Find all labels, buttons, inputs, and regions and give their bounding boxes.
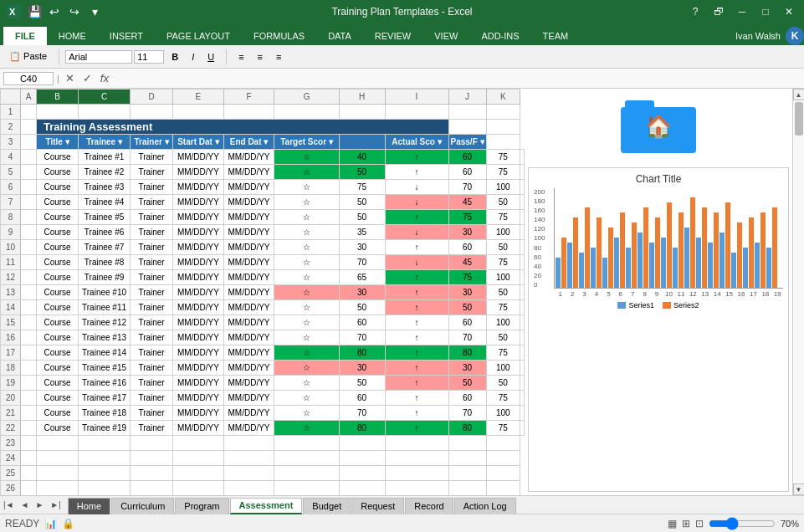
data-cell[interactable]: Trainer: [131, 330, 173, 345]
data-cell[interactable]: Trainee #3: [79, 180, 131, 195]
bold-button[interactable]: B: [166, 49, 184, 64]
bar-series2[interactable]: [760, 212, 766, 288]
header-passf[interactable]: Pass/F ▾: [448, 135, 486, 150]
row-number[interactable]: 25: [1, 466, 21, 481]
cell-K2[interactable]: [486, 120, 520, 135]
data-cell[interactable]: Course: [37, 180, 79, 195]
pass-fail-cell[interactable]: 100: [486, 180, 520, 195]
target-icon-cell[interactable]: ☆: [274, 150, 339, 165]
data-cell[interactable]: MM/DD/YY: [173, 315, 224, 330]
data-cell[interactable]: Trainer: [131, 391, 173, 406]
row-number[interactable]: 23: [1, 436, 21, 451]
data-cell[interactable]: Trainer: [131, 225, 173, 240]
cell-H1[interactable]: [339, 105, 385, 120]
bar-series1[interactable]: [743, 248, 748, 288]
col-header-C[interactable]: C: [79, 90, 131, 105]
target-icon-cell[interactable]: ☆: [274, 376, 339, 391]
col-header-H[interactable]: H: [339, 90, 385, 105]
empty-cell[interactable]: [173, 466, 224, 481]
cell-empty-k[interactable]: [520, 240, 525, 255]
cell-empty[interactable]: [20, 345, 36, 361]
target-icon-cell[interactable]: ☆: [274, 210, 339, 225]
cell-empty[interactable]: [20, 315, 36, 330]
tab-page-layout[interactable]: PAGE LAYOUT: [155, 27, 242, 45]
bar-series2[interactable]: [655, 217, 660, 288]
actual-score-cell[interactable]: 75: [448, 270, 486, 285]
empty-cell[interactable]: [385, 481, 448, 496]
layout-page-break-icon[interactable]: ⊡: [695, 518, 704, 529]
empty-cell[interactable]: [173, 451, 224, 466]
data-cell[interactable]: Course: [37, 330, 79, 345]
bar-series2[interactable]: [561, 238, 566, 288]
pass-fail-cell[interactable]: 100: [486, 406, 520, 421]
actual-score-cell[interactable]: 70: [448, 330, 486, 345]
data-cell[interactable]: Trainer: [131, 240, 173, 255]
empty-cell[interactable]: [274, 451, 339, 466]
sheet-tab-budget[interactable]: Budget: [303, 498, 351, 514]
bar-series1[interactable]: [556, 258, 561, 288]
pass-fail-cell[interactable]: 50: [486, 195, 520, 210]
row-number[interactable]: 24: [1, 451, 21, 466]
col-header-E[interactable]: E: [173, 90, 224, 105]
bar-series2[interactable]: [737, 223, 742, 288]
target-icon-cell[interactable]: ☆: [274, 330, 339, 345]
close-button[interactable]: ✕: [781, 3, 797, 20]
data-cell[interactable]: MM/DD/YY: [223, 421, 274, 436]
empty-cell[interactable]: [37, 436, 79, 451]
data-cell[interactable]: MM/DD/YY: [173, 330, 224, 345]
empty-cell[interactable]: [385, 436, 448, 451]
data-cell[interactable]: Trainer: [131, 406, 173, 421]
italic-button[interactable]: I: [186, 49, 200, 64]
data-cell[interactable]: Trainer: [131, 270, 173, 285]
cell-empty[interactable]: [20, 406, 36, 421]
bar-series2[interactable]: [690, 197, 695, 288]
data-cell[interactable]: Trainee #17: [79, 391, 131, 406]
insert-function-button[interactable]: fx: [98, 72, 111, 84]
col-header-B[interactable]: B: [37, 90, 79, 105]
align-right-button[interactable]: ≡: [270, 49, 287, 64]
bar-series1[interactable]: [755, 243, 760, 288]
cell-empty-k[interactable]: [520, 315, 525, 330]
cell-A3[interactable]: [20, 135, 36, 150]
data-cell[interactable]: Course: [37, 376, 79, 391]
cell-D1[interactable]: [131, 105, 173, 120]
header-trainee[interactable]: Trainee ▾: [79, 135, 131, 150]
data-cell[interactable]: Trainee #16: [79, 376, 131, 391]
bar-series1[interactable]: [731, 253, 736, 288]
target-icon-cell[interactable]: ☆: [274, 240, 339, 255]
empty-cell[interactable]: [20, 436, 36, 451]
empty-cell[interactable]: [223, 481, 274, 496]
header-trainer[interactable]: Trainer ▾: [131, 135, 173, 150]
data-cell[interactable]: Trainee #7: [79, 240, 131, 255]
tab-nav-prev[interactable]: ◄: [18, 500, 33, 509]
data-cell[interactable]: MM/DD/YY: [173, 180, 224, 195]
actual-icon-cell[interactable]: ↑: [385, 270, 448, 285]
pass-fail-cell[interactable]: 100: [486, 315, 520, 330]
bar-series2[interactable]: [632, 223, 637, 288]
actual-score-cell[interactable]: 30: [448, 361, 486, 376]
actual-icon-cell[interactable]: ↑: [385, 376, 448, 391]
actual-icon-cell[interactable]: ↑: [385, 421, 448, 436]
sheet-tab-curriculum[interactable]: Curriculum: [111, 498, 174, 514]
cell-K3[interactable]: [486, 135, 520, 150]
cell-G1[interactable]: [274, 105, 339, 120]
actual-icon-cell[interactable]: ↑: [385, 391, 448, 406]
actual-score-cell[interactable]: 45: [448, 255, 486, 270]
empty-cell[interactable]: [486, 466, 520, 481]
underline-button[interactable]: U: [202, 49, 220, 64]
layout-page-icon[interactable]: ⊞: [682, 518, 690, 529]
data-cell[interactable]: MM/DD/YY: [223, 330, 274, 345]
empty-cell[interactable]: [339, 466, 385, 481]
header-title[interactable]: Title ▾: [37, 135, 79, 150]
data-cell[interactable]: Trainer: [131, 345, 173, 361]
cell-E1[interactable]: [173, 105, 224, 120]
undo-icon[interactable]: ↩: [47, 4, 62, 19]
data-cell[interactable]: MM/DD/YY: [173, 285, 224, 300]
actual-icon-cell[interactable]: ↓: [385, 195, 448, 210]
empty-cell[interactable]: [223, 466, 274, 481]
data-cell[interactable]: Trainer: [131, 165, 173, 180]
data-cell[interactable]: Trainee #14: [79, 345, 131, 361]
empty-cell[interactable]: [274, 436, 339, 451]
bar-series2[interactable]: [714, 212, 719, 288]
cell-B1[interactable]: [37, 105, 79, 120]
